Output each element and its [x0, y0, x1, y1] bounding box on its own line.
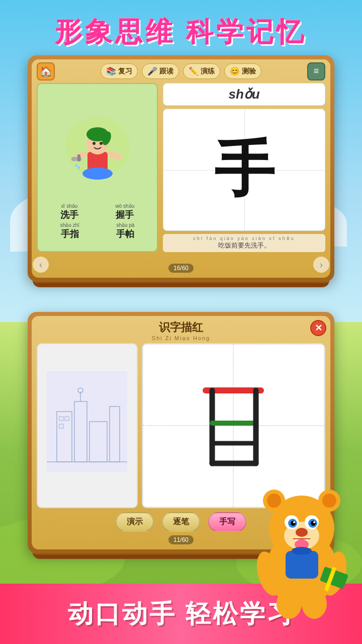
panel-title-chinese: 识字描红	[37, 320, 325, 335]
tab-test[interactable]: 😊 测验	[224, 63, 261, 79]
card-area: xǐ shǒu 洗手 wò shǒu 握手 shǒu zhǐ 手指	[37, 83, 325, 252]
character-display: 手	[163, 109, 325, 231]
tab-practice-label: 演练	[201, 67, 215, 76]
smile-icon: 😊	[230, 66, 240, 76]
flashcard-panel-inner: 🏠 📚 复习 🎤 跟读 ✏️ 演练 😊 测验 ≡	[32, 59, 330, 278]
svg-point-52	[277, 589, 302, 619]
svg-point-44	[293, 521, 295, 523]
write-button[interactable]: 手写	[208, 512, 246, 532]
word-row-1: xǐ shǒu 洗手 wò shǒu 握手	[42, 203, 153, 221]
pinyin-display: shǒu	[163, 83, 325, 106]
bear-svg	[251, 468, 352, 619]
svg-point-42	[291, 521, 296, 526]
city-blueprint	[47, 371, 127, 472]
panel-title: 识字描红 Shi Zi Miao Hong	[37, 320, 325, 341]
bear-character	[251, 468, 352, 619]
card-left: xǐ shǒu 洗手 wò shǒu 握手 shǒu zhǐ 手指	[37, 83, 158, 252]
girl-illustration	[62, 109, 133, 180]
close-button[interactable]: ✕	[310, 320, 326, 336]
svg-rect-54	[286, 551, 318, 579]
word-pinyin-xi: xǐ shǒu	[60, 203, 78, 209]
word-pinyin-wo: wò shǒu	[116, 203, 135, 209]
svg-rect-11	[77, 154, 80, 162]
tab-read-label: 跟读	[159, 67, 173, 76]
home-icon: 🏠	[40, 65, 52, 77]
home-button[interactable]: 🏠	[37, 62, 55, 80]
main-character: 手	[214, 129, 275, 211]
menu-icon: ≡	[314, 66, 319, 76]
word-pinyin-shouzhi: shǒu zhǐ	[60, 222, 79, 228]
word-shouzhi: shǒu zhǐ 手指	[60, 222, 79, 240]
word-woshou: wò shǒu 握手	[116, 203, 135, 221]
page-counter-2: 11/60	[168, 535, 194, 544]
page-counter: 16/60	[168, 264, 194, 273]
card-right: shǒu 手 chī fàn qián yào xiān xǐ shǒu 吃饭前…	[163, 83, 325, 252]
word-cn-shoupa: 手帕	[116, 229, 134, 239]
demo-button[interactable]: 演示	[116, 512, 154, 532]
svg-point-45	[313, 521, 315, 523]
word-cn-shouzhi: 手指	[61, 229, 79, 239]
word-shoupa: shǒu pà 手帕	[116, 222, 134, 240]
main-title: 形象思维 科学记忆	[0, 14, 362, 51]
card-image	[38, 91, 157, 199]
toolbar: 🏠 📚 复习 🎤 跟读 ✏️ 演练 😊 测验 ≡	[37, 63, 325, 79]
word-cn-xishou: 洗手	[60, 210, 78, 220]
sentence-text: 吃饭前要先洗手。	[166, 241, 322, 250]
svg-point-7	[100, 142, 103, 145]
word-pinyin-shoupa: shǒu pà	[116, 222, 134, 228]
character-strokes	[178, 370, 289, 481]
svg-point-36	[322, 494, 336, 508]
stroke-button[interactable]: 逐笔	[162, 512, 200, 532]
mic-icon: 🎤	[147, 66, 157, 76]
svg-point-34	[267, 494, 281, 508]
svg-point-12	[75, 164, 77, 167]
svg-point-55	[292, 547, 312, 555]
vocabulary-words: xǐ shǒu 洗手 wò shǒu 握手 shǒu zhǐ 手指	[38, 199, 157, 245]
svg-point-46	[296, 528, 308, 537]
nav-prev-button[interactable]: ‹	[33, 257, 49, 273]
svg-point-6	[93, 142, 96, 145]
svg-point-53	[302, 589, 327, 619]
menu-button[interactable]: ≡	[307, 62, 325, 80]
svg-point-2	[82, 168, 113, 180]
review-icon: 📚	[106, 66, 116, 76]
blueprint-card	[37, 343, 138, 508]
example-sentence: chī fàn qián yào xiān xǐ shǒu 吃饭前要先洗手。	[163, 234, 325, 252]
tab-read[interactable]: 🎤 跟读	[142, 63, 179, 79]
sentence-pinyin: chī fàn qián yào xiān xǐ shǒu	[166, 236, 322, 241]
word-row-2: shǒu zhǐ 手指 shǒu pà 手帕	[42, 222, 153, 240]
svg-point-13	[78, 166, 80, 169]
tab-test-label: 测验	[242, 67, 256, 76]
nav-next-button[interactable]: ›	[313, 257, 329, 273]
pencil-icon: ✏️	[189, 66, 199, 76]
word-cn-woshou: 握手	[116, 210, 134, 220]
tab-review[interactable]: 📚 复习	[101, 63, 138, 79]
panel-title-english: Shi Zi Miao Hong	[37, 335, 325, 341]
word-xishou: xǐ shǒu 洗手	[60, 203, 78, 221]
svg-point-43	[311, 521, 316, 526]
tab-practice[interactable]: ✏️ 演练	[183, 63, 220, 79]
tab-review-label: 复习	[118, 67, 132, 76]
blueprint-image	[47, 371, 127, 480]
flashcard-panel: 🏠 📚 复习 🎤 跟读 ✏️ 演练 😊 测验 ≡	[28, 55, 334, 282]
